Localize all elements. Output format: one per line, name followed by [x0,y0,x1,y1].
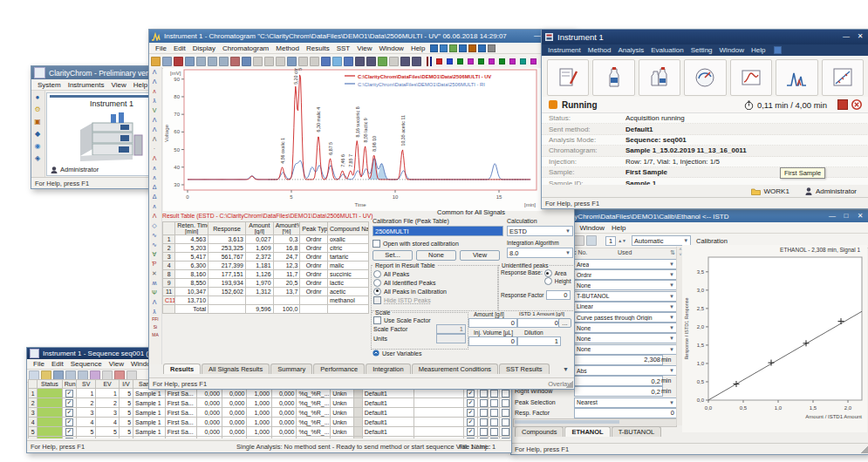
calib-row-input[interactable]: 2,308 [574,355,663,365]
calib-row-select[interactable]: Curve passes through Origin▼ [574,312,677,323]
signal-swatch-1[interactable] [447,58,453,65]
redo-icon[interactable] [276,57,285,66]
resize-grip[interactable] [566,381,573,388]
result-col-header[interactable]: Compound Name [327,222,368,235]
open-stored-checkbox[interactable]: Open with stored calibration [372,240,459,248]
istd-more-button[interactable]: ... [558,318,571,328]
calib-row-input[interactable]: 0,2 [574,386,663,397]
peak-tool-icon-9[interactable]: Λ [149,153,160,163]
menu-setting[interactable]: Setting [687,46,716,54]
close-icon[interactable] [174,57,183,66]
signal-swatch-0[interactable] [436,58,442,65]
sequence-row[interactable]: 3335Sample 1First Sa...0,0000,0001,0000,… [29,408,510,418]
all-peaks-radio[interactable]: All Peaks [373,269,496,278]
overlay-blue-swatch[interactable] [430,57,432,66]
info-icon[interactable] [185,57,195,66]
play-icon[interactable] [400,57,410,66]
peak-tool-icon-22[interactable]: ʍ [149,278,160,288]
active-signal-icon[interactable] [332,57,342,66]
peak-tool-icon-23[interactable]: Ψ [149,288,160,297]
menu-evaluation[interactable]: Evaluation [647,46,687,54]
chromatogram-plot[interactable]: 30405060708090051015[mV]VoltageTime[min]… [163,68,542,211]
undo-icon[interactable] [574,235,584,246]
calib-row-select[interactable]: None▼ [574,344,677,355]
calib-row-select[interactable]: None▼ [574,333,677,343]
integration-algorithm-select[interactable]: 8.0▼ [507,248,573,258]
result-row[interactable]: 35,417561,7672,37224,7Ordnrtartaric [163,253,369,262]
sequence-row[interactable]: 2225Sample 1First Sa...0,0000,0001,0000,… [29,398,510,408]
menu-view[interactable]: View [107,81,129,89]
tab-overflow-icon[interactable]: ▼ [563,366,569,372]
menu-file[interactable]: File [30,360,48,368]
row-option-checkbox[interactable] [480,390,488,397]
menu-quick-icon-6[interactable] [488,44,496,52]
run-checkbox[interactable] [65,390,73,397]
peak-tool-icon-19[interactable]: ∀ [149,249,160,259]
data-acquisition-chart-icon[interactable] [730,59,772,96]
peak-tool-icon-18[interactable]: ∿ [149,240,160,249]
result-row[interactable]: Total9,596100,0 [163,305,369,314]
tab-results[interactable]: Results [163,363,201,374]
abort-button[interactable] [851,99,862,110]
menu-sst[interactable]: SST [333,44,354,52]
calib-row-select[interactable]: T-BUTANOL▼ [574,291,677,302]
peak-tool-icon-25[interactable]: ƛ [149,307,160,316]
sequence-row[interactable]: 1115Sample 1First Sa...0,0000,0001,0000,… [29,389,510,398]
result-col-header[interactable]: Response [208,222,246,235]
signal-select-icon-ma[interactable]: MA [149,332,161,340]
peak-tool-icon-20[interactable]: Ƥ [149,259,160,268]
user-item[interactable]: Administrator [805,187,857,195]
menu-quick-icon-2[interactable] [449,44,457,52]
area-radio[interactable]: Area [544,269,571,277]
row-option-checkbox[interactable] [467,390,475,397]
signal-select-icon-ffi[interactable]: FFI [149,316,161,324]
menu-help[interactable]: Help [608,224,629,232]
peak-tool-icon-7[interactable]: Λ [149,134,160,144]
set-button[interactable]: Set... [372,250,413,261]
result-row[interactable]: 88,160177,1511,12611,7Ordnrsuccinic [163,270,369,279]
folder-open-icon[interactable] [151,57,161,66]
peak-tool-icon-24[interactable]: Λ [149,297,160,307]
peak-tool-icon-12[interactable]: Δ [149,182,160,192]
cut-icon[interactable] [230,57,240,66]
peak-tool-icon-21[interactable]: ✕ [149,268,160,278]
end-icon[interactable] [412,57,421,66]
tab-measurement-conditions[interactable]: Measurement Conditions [412,363,498,374]
scroll-arrows-icon[interactable]: ⇅ [670,249,675,256]
calibration-curve-icon[interactable] [822,59,864,96]
menu-window[interactable]: Window [716,46,748,54]
undo-icon[interactable] [264,57,274,66]
peak-tool-icon-1[interactable]: Λ [149,77,160,86]
menu-view[interactable]: View [106,360,127,368]
row-option-checkbox[interactable] [480,438,488,439]
menu-display[interactable]: Display [189,44,219,52]
peak-tool-icon-15[interactable]: Λ [149,211,160,221]
menu-system[interactable]: System [34,81,65,89]
chromatogram-title-bar[interactable]: Instrument 1 - Chromatogram "C:\ClarityC… [149,30,574,43]
run-checkbox[interactable] [65,428,73,436]
row-option-checkbox[interactable] [502,390,509,397]
spin-arrows[interactable]: ▲▼ [618,238,626,243]
power-icon[interactable]: ◈ [32,153,43,164]
result-col-header[interactable]: Amount%[%] [273,222,300,235]
calibration-minimize-button[interactable]: — [826,212,838,221]
baseline-icon[interactable] [344,57,353,66]
row-option-checkbox[interactable] [480,428,488,436]
dilution-input[interactable]: 1 [517,336,561,346]
signal-swatch-6[interactable] [499,58,505,65]
peak-tool-icon-6[interactable]: Λ [149,125,160,134]
stop-button[interactable] [837,99,848,110]
tab-performance[interactable]: Performance [313,363,365,374]
calibration-maximize-button[interactable]: □ [840,212,852,221]
response-factor-input[interactable]: 0 [546,290,571,300]
signal-swatch-4[interactable] [478,58,484,65]
shield-icon[interactable]: ◆ [32,129,43,139]
result-col-header[interactable]: Reten. Time[min] [175,222,208,235]
result-col-header[interactable]: Amount[g/l] [246,222,274,235]
result-col-header[interactable]: Peak Type [300,222,328,235]
calib-row-select[interactable]: Nearest▼ [574,397,677,408]
row-option-checkbox[interactable] [490,428,498,436]
result-table[interactable]: Reten. Time[min]ResponseAmount[g/l]Amoun… [162,221,369,314]
tab-all-signals-results[interactable]: All Signals Results [202,363,270,374]
result-row[interactable]: 25,203253,3251,60916,8Ordnrcitric [163,244,369,253]
